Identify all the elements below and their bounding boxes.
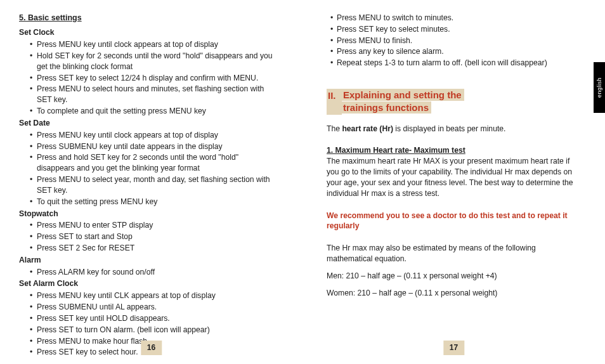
heart-rate-intro: The heart rate (Hr) is displayed in beat… <box>327 124 575 134</box>
group-set-clock: Set Clock Press MENU key until clock app… <box>19 27 273 117</box>
list-item: Press MENU key until clock appears at to… <box>30 39 273 50</box>
language-tab: english <box>594 62 605 113</box>
chapter-title-line: trainings functions <box>342 101 431 114</box>
list-item: Repeat steps 1-3 to turn alarm to off. (… <box>330 58 575 68</box>
group-stopwatch: Stopwatch Press MENU to enter STP displa… <box>19 209 273 254</box>
text-bold: heart rate (Hr) <box>342 124 393 133</box>
list-item: Press MENU to switch to minutes. <box>330 13 575 23</box>
list-item: Press SUBMENU key until date appears in … <box>30 141 273 152</box>
page-number: 16 <box>141 341 162 355</box>
group-alarm: Alarm Press ALARM key for sound on/off <box>19 255 273 278</box>
list-item: Press and hold SET key for 2 seconds unt… <box>30 152 273 174</box>
group-head: Stopwatch <box>19 209 273 219</box>
page-number: 17 <box>443 341 464 355</box>
formula-women: Women: 210 – half age – (0.11 x personal… <box>327 288 575 299</box>
bullet-list-continued: Press MENU to switch to minutes. Press S… <box>327 13 575 68</box>
list-item: Press MENU to finish. <box>330 36 575 46</box>
page-spread: 5. Basic settings Set Clock Press MENU k… <box>0 0 605 364</box>
list-item: To quit the setting press MENU key <box>30 197 273 207</box>
page-left: 5. Basic settings Set Clock Press MENU k… <box>0 0 302 364</box>
group-set-date: Set Date Press MENU key until clock appe… <box>19 118 273 207</box>
doctor-warning: We recommend you to see a doctor to do t… <box>327 211 575 232</box>
list-item: To complete and quit the setting press M… <box>30 106 273 117</box>
group-head: Set Clock <box>19 27 273 38</box>
group-head: Set Date <box>19 118 273 129</box>
text: is displayed in beats per minute. <box>393 124 506 133</box>
chapter-number: II. <box>327 89 342 115</box>
list-item: Press SET to turn ON alarm. (bell icon w… <box>30 325 273 335</box>
chapter-heading: II. Explaining and setting the trainings… <box>327 89 575 115</box>
section-heading: 5. Basic settings <box>19 13 273 23</box>
subsection-heading: 1. Maximum Heart rate- Maximum test <box>327 145 575 156</box>
list-item: Press MENU key until CLK appears at top … <box>30 290 273 301</box>
list-item: Press MENU to select hours and minutes, … <box>30 84 273 105</box>
list-item: Press SUBMENU until AL appears. <box>30 302 273 313</box>
bullet-list: Press MENU key until clock appears at to… <box>19 39 273 117</box>
list-item: Press MENU to enter STP display <box>30 220 273 231</box>
chapter-title-line: Explaining and setting the <box>342 89 464 101</box>
bullet-list: Press MENU key until clock appears at to… <box>19 130 273 207</box>
list-item: Press SET key to select 12/24 h display … <box>30 73 273 84</box>
text: The <box>327 124 342 133</box>
list-item: Press MENU key until clock appears at to… <box>30 130 273 141</box>
chapter-title: Explaining and setting the trainings fun… <box>342 89 464 115</box>
list-item: Press SET 2 Sec for RESET <box>30 243 273 254</box>
list-item: Press MENU to select year, month and day… <box>30 174 273 196</box>
list-item: Press SET key to select minutes. <box>330 24 575 35</box>
list-item: Press any key to silence alarm. <box>330 46 575 57</box>
page-right: Press MENU to switch to minutes. Press S… <box>302 0 605 364</box>
bullet-list: Press ALARM key for sound on/off <box>19 267 273 278</box>
group-head: Set Alarm Clock <box>19 278 273 289</box>
list-item: Press ALARM key for sound on/off <box>30 267 273 278</box>
formula-men: Men: 210 – half age – (0.11 x personal w… <box>327 271 575 282</box>
bullet-list: Press MENU to enter STP display Press SE… <box>19 220 273 253</box>
max-heart-rate-body: The maximum heart rate Hr MAX is your pr… <box>327 156 575 198</box>
group-head: Alarm <box>19 255 273 266</box>
list-item: Press SET to start and Stop <box>30 231 273 242</box>
list-item: Press SET key until HOLD disappears. <box>30 313 273 324</box>
estimate-intro: The Hr max may also be estimated by mean… <box>327 243 575 264</box>
list-item: Hold SET key for 2 seconds until the wor… <box>30 51 273 72</box>
